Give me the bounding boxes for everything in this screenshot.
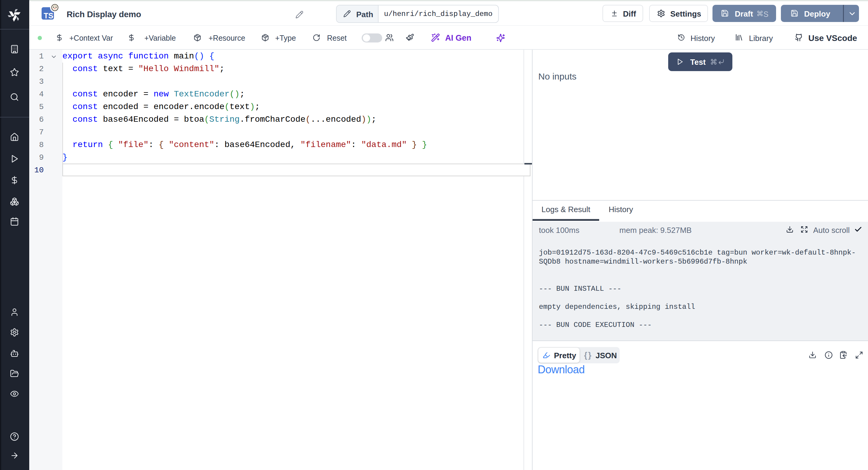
svg-text:TS: TS (44, 11, 53, 20)
